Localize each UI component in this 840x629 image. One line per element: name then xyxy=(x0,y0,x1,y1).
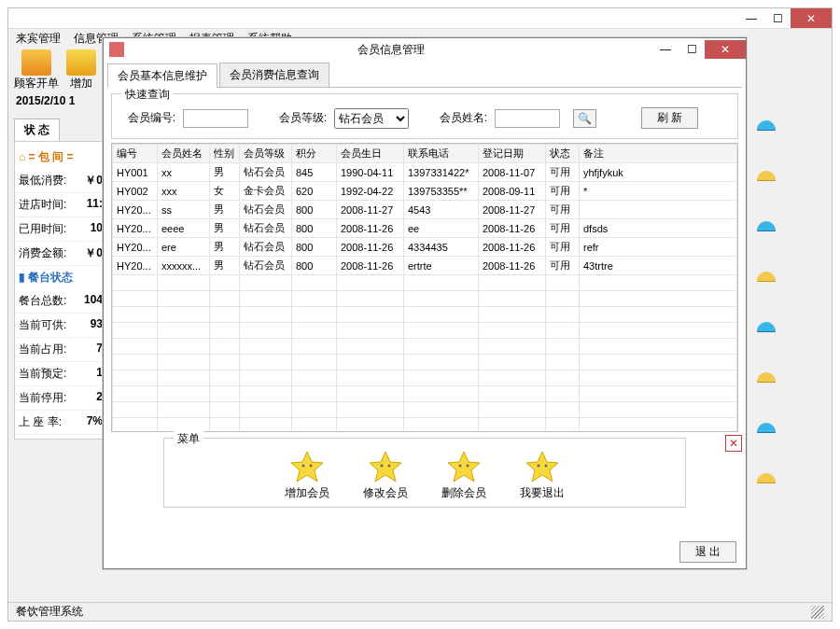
col-points[interactable]: 积分 xyxy=(292,145,337,163)
refresh-button[interactable]: 刷 新 xyxy=(641,107,698,129)
cell-level: 钻石会员 xyxy=(240,219,292,238)
dialog-tabs: 会员基本信息维护 会员消费信息查询 xyxy=(107,63,742,88)
tab-query[interactable]: 会员消费信息查询 xyxy=(219,63,329,87)
cell-birth: 1990-04-11 xyxy=(337,163,404,182)
cell-id: HY20... xyxy=(113,201,158,219)
add-member-button[interactable]: 增加会员 xyxy=(285,450,329,501)
cell-reg: 2008-09-11 xyxy=(479,182,546,201)
col-sex[interactable]: 性别 xyxy=(210,145,240,163)
cell-level: 金卡会员 xyxy=(240,182,292,201)
dialog-close-button[interactable]: ✕ xyxy=(705,40,746,59)
row-busy: 当前占用:7 xyxy=(15,338,106,362)
table-row[interactable]: HY20...eeee男钻石会员8002008-11-26ee2008-11-2… xyxy=(113,219,737,238)
cell-status: 可用 xyxy=(546,238,580,257)
star-icon xyxy=(445,450,483,483)
exit-button[interactable]: 我要退出 xyxy=(520,450,565,501)
edit-member-button[interactable]: 修改会员 xyxy=(363,450,408,501)
col-status[interactable]: 状态 xyxy=(546,145,580,163)
col-note[interactable]: 备注 xyxy=(580,145,737,163)
cell-name: eeee xyxy=(158,219,210,238)
member-grid[interactable]: 编号 会员姓名 性别 会员等级 积分 会员生日 联系电话 登记日期 状态 备注 … xyxy=(111,143,738,432)
cell-phone: 4543 xyxy=(404,201,479,219)
action-menu: 菜单 增加会员 修改会员 删除会员 我要退出 xyxy=(163,438,686,508)
delete-member-label: 删除会员 xyxy=(441,485,486,501)
marker-icon xyxy=(757,272,776,281)
table-row-empty xyxy=(113,355,737,370)
col-level[interactable]: 会员等级 xyxy=(240,145,292,163)
close-small-button[interactable]: ✕ xyxy=(725,435,742,452)
table-row-empty xyxy=(113,291,737,307)
cell-level: 钻石会员 xyxy=(240,163,292,182)
marker-icon xyxy=(757,171,776,180)
member-id-input[interactable] xyxy=(183,109,248,128)
cell-level: 钻石会员 xyxy=(240,257,292,275)
cell-reg: 2008-11-26 xyxy=(479,257,546,275)
cell-name: xxxxxx... xyxy=(158,257,210,275)
marker-icon xyxy=(757,322,776,331)
cell-id: HY20... xyxy=(113,257,158,275)
table-row-empty xyxy=(113,323,737,339)
maximize-button[interactable]: ☐ xyxy=(764,8,791,28)
exit-label: 我要退出 xyxy=(520,485,565,501)
cell-name: ss xyxy=(158,201,210,219)
table-row[interactable]: HY20...ss男钻石会员8002008-11-2745432008-11-2… xyxy=(113,201,737,219)
cell-points: 620 xyxy=(292,182,337,201)
main-titlebar: — ☐ ✕ xyxy=(8,8,832,29)
table-row-empty xyxy=(113,418,737,433)
menu-guest[interactable]: 来宾管理 xyxy=(16,31,61,46)
app-icon xyxy=(109,42,124,57)
cell-sex: 男 xyxy=(210,163,240,182)
svg-point-3 xyxy=(388,465,391,468)
footer-exit-button[interactable]: 退 出 xyxy=(679,541,736,563)
table-markers xyxy=(757,120,776,482)
svg-point-0 xyxy=(302,465,305,468)
cell-id: HY002 xyxy=(113,182,158,201)
cell-status: 可用 xyxy=(546,163,580,182)
add-member-label: 增加会员 xyxy=(285,485,329,501)
cell-name: xx xyxy=(158,163,210,182)
cell-note: yhfjfykuk xyxy=(580,163,737,182)
member-level-select[interactable]: 钻石会员 xyxy=(334,108,409,129)
tab-maintain[interactable]: 会员基本信息维护 xyxy=(107,63,217,88)
marker-icon xyxy=(757,423,776,432)
cell-reg: 2008-11-27 xyxy=(479,201,546,219)
col-id[interactable]: 编号 xyxy=(113,145,158,163)
col-phone[interactable]: 联系电话 xyxy=(404,145,479,163)
toolbar-add[interactable]: 增加 xyxy=(66,49,96,91)
cell-birth: 1992-04-22 xyxy=(337,182,404,201)
toolbar-open-order[interactable]: 顾客开单 xyxy=(14,49,59,91)
col-reg[interactable]: 登记日期 xyxy=(479,145,546,163)
table-row[interactable]: HY20...ere男钻石会员8002008-11-2643344352008-… xyxy=(113,238,737,257)
search-button[interactable]: 🔍 xyxy=(573,109,596,128)
dialog-minimize-button[interactable]: — xyxy=(652,40,679,59)
table-row[interactable]: HY002xxx女金卡会员6201992-04-22139753355**200… xyxy=(113,182,737,201)
cell-name: ere xyxy=(158,238,210,257)
dialog-maximize-button[interactable]: ☐ xyxy=(679,40,705,59)
cell-points: 800 xyxy=(292,201,337,219)
status-tab[interactable]: 状 态 xyxy=(14,119,60,141)
member-name-input[interactable] xyxy=(495,109,560,128)
col-birth[interactable]: 会员生日 xyxy=(337,145,404,163)
cell-sex: 男 xyxy=(210,257,240,275)
resize-grip-icon[interactable] xyxy=(811,606,824,619)
cell-phone: 4334435 xyxy=(404,238,479,257)
close-button[interactable]: ✕ xyxy=(791,8,832,28)
grid-header: 编号 会员姓名 性别 会员等级 积分 会员生日 联系电话 登记日期 状态 备注 xyxy=(113,145,737,163)
statusbar: 餐饮管理系统 xyxy=(8,602,832,621)
star-icon xyxy=(367,450,404,483)
minimize-button[interactable]: — xyxy=(738,8,764,28)
svg-point-7 xyxy=(545,465,548,468)
col-name[interactable]: 会员姓名 xyxy=(158,145,210,163)
row-amount: 消费金额:￥0 xyxy=(15,242,106,266)
member-dialog: 会员信息管理 — ☐ ✕ 会员基本信息维护 会员消费信息查询 快速查询 会员编号… xyxy=(103,37,747,569)
cell-points: 800 xyxy=(292,238,337,257)
cell-points: 800 xyxy=(292,219,337,238)
table-row[interactable]: HY20...xxxxxx...男钻石会员8002008-11-26ertrte… xyxy=(113,257,737,275)
delete-member-button[interactable]: 删除会员 xyxy=(441,450,486,501)
svg-point-1 xyxy=(310,465,313,468)
edit-member-label: 修改会员 xyxy=(363,485,408,501)
cell-level: 钻石会员 xyxy=(240,201,292,219)
row-min: 最低消费:￥0 xyxy=(15,169,106,193)
table-row[interactable]: HY001xx男钻石会员8451990-04-111397331422*2008… xyxy=(113,163,737,182)
toolbar-label-order: 顾客开单 xyxy=(14,76,59,91)
